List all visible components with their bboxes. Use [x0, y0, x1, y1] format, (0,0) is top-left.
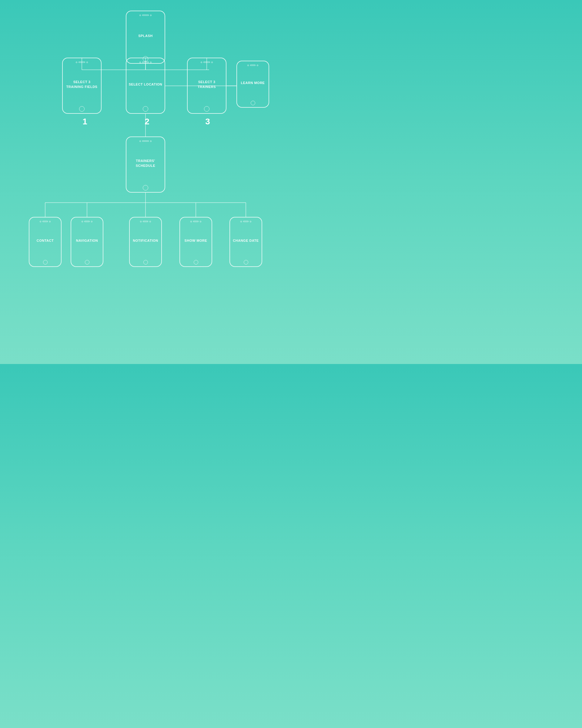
- phone-top-change: [240, 217, 251, 224]
- phone-bottom-training: [79, 105, 85, 113]
- phone-screen-change: CHANGE DATE: [231, 224, 260, 258]
- phone-speaker-3: [142, 61, 149, 63]
- label-change-date: CHANGE DATE: [233, 238, 258, 243]
- phone-dot-9: [247, 64, 249, 66]
- phone-top-splash: [139, 11, 151, 17]
- phone-top-schedule: [139, 137, 151, 143]
- phone-top-location: [139, 58, 151, 64]
- phone-dot-16: [91, 221, 92, 222]
- phone-button-notif: [143, 260, 148, 264]
- phone-bottom-change: [244, 258, 248, 266]
- phone-button-trainers: [204, 106, 210, 112]
- phone-dot-5: [139, 61, 141, 63]
- phone-bottom-notif: [143, 258, 148, 266]
- phone-speaker-8: [84, 221, 90, 222]
- step-1: 1: [77, 117, 92, 127]
- phone-speaker-4: [203, 61, 210, 63]
- phone-dot-21: [240, 221, 242, 222]
- phone-select-trainers: SELECT 3 TRAINERS: [187, 58, 226, 114]
- phone-select-training: SELECT 3 TRAINING FIELDS: [62, 58, 102, 114]
- phone-dot-4: [86, 61, 88, 63]
- phone-dot-10: [257, 64, 258, 66]
- phone-bottom-location: [143, 105, 148, 113]
- phone-dot-6: [150, 61, 151, 63]
- phone-speaker-6: [142, 140, 149, 142]
- phone-dot-8: [211, 61, 213, 63]
- phone-bottom-show: [194, 258, 198, 266]
- phone-button-learn: [251, 101, 255, 105]
- phone-dot-7: [201, 61, 202, 63]
- phone-dot-14: [49, 221, 51, 222]
- phone-top-show: [190, 217, 201, 224]
- phone-button-training: [79, 106, 85, 112]
- phone-top-training: [76, 58, 88, 64]
- phone-speaker-10: [193, 221, 198, 222]
- phone-contact: CONTACT: [29, 217, 61, 267]
- phone-screen-show: SHOW MORE: [183, 224, 209, 258]
- phone-change-date: CHANGE DATE: [229, 217, 262, 267]
- phone-speaker: [142, 15, 149, 16]
- phone-dot-17: [140, 221, 142, 222]
- phone-bottom-trainers: [204, 105, 210, 113]
- phone-dot-15: [82, 221, 83, 222]
- label-schedule: TRAINERS' SCHEDULE: [128, 159, 163, 168]
- phone-screen-training: SELECT 3 TRAINING FIELDS: [63, 64, 101, 105]
- phone-dot-2: [150, 15, 151, 16]
- phone-button-contact: [43, 260, 48, 264]
- phone-dot-11: [139, 140, 141, 142]
- phone-screen-learn: LEARN MORE: [240, 67, 267, 99]
- label-training: SELECT 3 TRAINING FIELDS: [64, 80, 100, 89]
- label-trainers: SELECT 3 TRAINERS: [189, 80, 224, 89]
- step-2: 2: [139, 117, 155, 127]
- phone-navigation: NAVIGATION: [71, 217, 103, 267]
- phone-speaker-11: [243, 221, 249, 222]
- phone-bottom-learn: [251, 99, 255, 107]
- phone-notification: NOTIFICATION: [129, 217, 162, 267]
- phone-speaker-2: [79, 61, 85, 63]
- phone-button-schedule: [143, 185, 148, 190]
- phone-screen-notif: NOTIFICATION: [131, 224, 160, 258]
- phone-speaker-9: [143, 221, 148, 222]
- phone-bottom-nav: [85, 258, 89, 266]
- phone-dot-1: [139, 15, 141, 16]
- phone-button-show: [194, 260, 198, 264]
- phone-learn-more: LEARN MORE: [237, 61, 269, 108]
- phone-button-location: [143, 106, 148, 112]
- phone-screen-location: SELECT LOCATION: [127, 64, 164, 105]
- phone-dot-12: [150, 140, 151, 142]
- phone-top-nav: [82, 217, 92, 224]
- phone-splash: SPLASH: [126, 10, 165, 64]
- diagram: SPLASH SELECT 3 TRAINING FIELDS SELECT L…: [0, 0, 291, 364]
- phone-screen-contact: CONTACT: [35, 224, 55, 258]
- phone-screen-splash: SPLASH: [137, 17, 154, 55]
- phone-speaker-7: [43, 221, 48, 222]
- phone-top-contact: [40, 217, 51, 224]
- phone-screen-trainers: SELECT 3 TRAINERS: [188, 64, 226, 105]
- phone-button-change: [244, 260, 248, 264]
- phone-screen-schedule: TRAINERS' SCHEDULE: [127, 143, 165, 183]
- phone-dot-3: [76, 61, 77, 63]
- phone-speaker-5: [250, 64, 255, 66]
- phone-show-more: SHOW MORE: [179, 217, 212, 267]
- phone-bottom-contact: [43, 258, 48, 266]
- phone-trainers-schedule: TRAINERS' SCHEDULE: [126, 136, 165, 192]
- label-show-more: SHOW MORE: [185, 238, 207, 243]
- phone-bottom-schedule: [143, 183, 148, 192]
- phone-top-notif: [140, 217, 151, 224]
- phone-select-location: SELECT LOCATION: [126, 58, 165, 114]
- phone-top-trainers: [201, 58, 213, 64]
- phone-dot-13: [40, 221, 41, 222]
- phone-screen-nav: NAVIGATION: [75, 224, 100, 258]
- phone-button-nav: [85, 260, 89, 264]
- phone-dot-18: [149, 221, 151, 222]
- phone-dot-19: [190, 221, 192, 222]
- step-3: 3: [200, 117, 215, 127]
- phone-dot-20: [200, 221, 201, 222]
- phone-dot-22: [250, 221, 251, 222]
- phone-top-learn: [247, 61, 258, 67]
